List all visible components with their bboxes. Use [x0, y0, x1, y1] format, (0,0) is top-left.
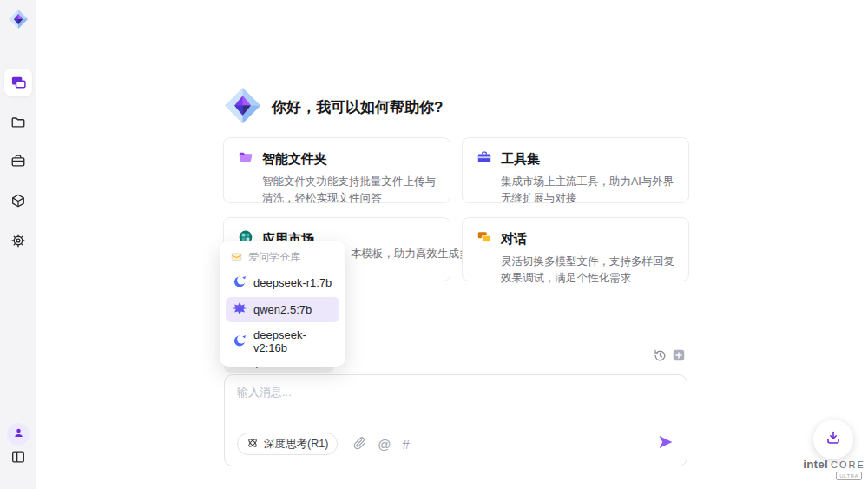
chat-bubbles-icon [10, 75, 27, 91]
hashtag-button[interactable]: # [403, 438, 410, 451]
send-button[interactable] [657, 433, 674, 454]
new-chat-plus-icon [672, 348, 686, 366]
new-chat-button[interactable] [671, 349, 687, 365]
sidebar-item-models[interactable] [4, 187, 32, 215]
ultra-badge: ultra [836, 472, 862, 480]
panel-columns-icon [10, 449, 26, 468]
card-description: 集成市场上主流工具，助力AI与外界无缝扩展与对接 [501, 174, 674, 207]
model-option-deepseek-v2[interactable]: deepseek-v2:16b [226, 324, 339, 359]
model-dropdown-menu: 爱问学仓库 deepseek-r1:7b qw [220, 241, 345, 367]
card-title: 智能文件夹 [262, 151, 327, 168]
folder-icon [10, 114, 26, 129]
gear-icon [10, 233, 26, 248]
mention-button[interactable]: @ [378, 438, 391, 451]
model-group-row: 爱问学仓库 [220, 246, 345, 268]
hash-icon: # [403, 438, 410, 451]
deepseek-whale-icon [233, 334, 247, 350]
download-icon [825, 429, 842, 450]
user-icon [12, 426, 25, 443]
card-description-visible-fragment: 本模板，助力高效生成多 [351, 247, 470, 261]
composer-tools: @ # [353, 437, 410, 452]
greeting-gem-logo-icon [223, 86, 262, 125]
deep-think-toggle[interactable]: 深度思考(R1) [237, 433, 338, 455]
qwen-logo-icon [233, 301, 247, 318]
card-description: 智能文件夹功能支持批量文件上传与清洗，轻松实现文件问答 [262, 174, 436, 207]
model-option-label: deepseek-v2:16b [253, 328, 332, 354]
briefcase-icon [10, 153, 26, 169]
send-plane-icon [657, 433, 674, 454]
deepseek-whale-icon [233, 274, 247, 291]
card-smart-folder[interactable]: 智能文件夹 智能文件夹功能支持批量文件上传与清洗，轻松实现文件问答 [223, 137, 450, 203]
model-option-qwen[interactable]: qwen2.5:7b [226, 297, 339, 322]
collapse-sidebar-button[interactable] [10, 450, 27, 467]
message-input[interactable] [237, 385, 671, 421]
card-title: 工具集 [501, 151, 540, 168]
card-description: 灵活切换多模型文件，支持多样回复效果调试，满足个性化需求 [501, 254, 674, 287]
sidebar-item-folders[interactable] [4, 108, 32, 135]
conversation-bubbles-icon [477, 229, 492, 248]
greeting-title: 你好，我可以如何帮助你? [272, 97, 443, 117]
user-profile-button[interactable] [7, 423, 30, 446]
app-gem-logo-icon [8, 9, 29, 30]
deep-think-label: 深度思考(R1) [264, 437, 328, 452]
composer-toolbar: 深度思考(R1) @ # [237, 433, 674, 455]
intel-core-badge: intel core ultra [803, 458, 865, 480]
sidebar-item-toolbox[interactable] [4, 147, 32, 175]
toolset-briefcase-icon [477, 149, 492, 169]
sidebar [0, 0, 36, 489]
intel-wordmark: intel [803, 458, 828, 471]
cube-icon [10, 193, 26, 208]
sidebar-item-chat[interactable] [4, 69, 32, 96]
attach-file-button[interactable] [353, 437, 366, 452]
message-composer: 深度思考(R1) @ # [224, 374, 687, 466]
model-option-label: qwen2.5:7b [253, 303, 312, 316]
sidebar-item-settings[interactable] [4, 227, 32, 254]
model-group-label: 爱问学仓库 [248, 250, 300, 265]
card-toolset[interactable]: 工具集 集成市场上主流工具，助力AI与外界无缝扩展与对接 [462, 137, 689, 203]
card-title: 对话 [501, 231, 527, 248]
smart-folder-icon [238, 149, 253, 169]
history-button[interactable] [652, 349, 667, 365]
app-window: 你好，我可以如何帮助你? 智能文件夹 智能文件夹功能支持批量文件上传与清洗，轻松… [0, 0, 868, 489]
repository-icon [231, 251, 242, 265]
core-wordmark: core [831, 459, 865, 470]
atom-icon [247, 437, 259, 452]
at-sign-icon: @ [378, 438, 391, 451]
card-conversation[interactable]: 对话 灵活切换多模型文件，支持多样回复效果调试，满足个性化需求 [462, 217, 689, 281]
model-option-deepseek-r1[interactable]: deepseek-r1:7b [226, 270, 339, 295]
download-button[interactable] [813, 420, 853, 459]
model-option-label: deepseek-r1:7b [253, 276, 332, 289]
history-clock-icon [653, 348, 667, 367]
paperclip-icon [353, 437, 366, 452]
